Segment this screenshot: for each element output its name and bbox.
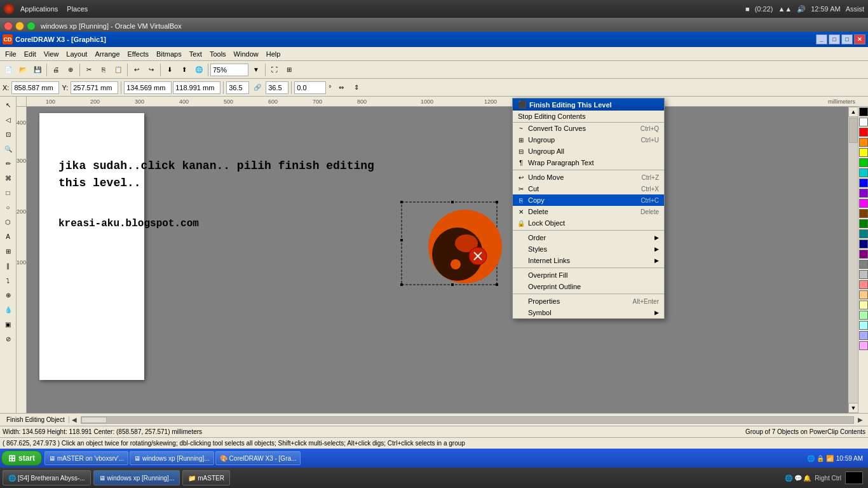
linux-menu-applications[interactable]: Applications [20,5,58,13]
blend-tool[interactable]: ⊕ [1,288,15,302]
zoom-dropdown-btn[interactable]: ▼ [249,63,263,77]
xp-task-master[interactable]: 🖥 mASTER on 'vboxsrv'... [44,451,128,465]
width-input[interactable] [124,81,172,94]
color-swatch-cyan[interactable] [859,168,868,177]
cd-minimize-btn[interactable]: _ [816,34,827,44]
h-scroll-thumb[interactable] [81,417,107,423]
lock-aspect-btn[interactable]: 🔗 [250,81,264,95]
color-swatch-navy[interactable] [859,240,868,248]
smart-draw-tool[interactable]: ⌘ [1,171,15,185]
scroll-thumb[interactable] [849,118,858,143]
vbox-close-btn[interactable] [4,22,13,30]
cd-menu-view[interactable]: View [40,49,63,59]
mirror-v-btn[interactable]: ⇕ [349,81,363,95]
polygon-tool[interactable]: ⬡ [1,215,15,229]
outline-tool[interactable]: ⊘ [1,332,15,346]
ctx-item-wrap-text[interactable]: ¶ Wrap Paragraph Text [513,157,664,168]
cd-menu-layout[interactable]: Layout [62,49,91,59]
linux-menu-places[interactable]: Places [67,5,88,13]
mirror-h-btn[interactable]: ⇔ [334,81,348,95]
cut-toolbar-btn[interactable]: ✂ [82,63,96,77]
rect-tool[interactable]: □ [1,186,15,200]
color-swatch-lightblue[interactable] [859,331,868,340]
ctx-item-delete[interactable]: ✕ Delete Delete [513,206,664,217]
connector-tool[interactable]: ⤵ [1,273,15,287]
y-input[interactable] [71,81,118,94]
vbox-window-controls[interactable] [4,22,36,30]
color-swatch-magenta[interactable] [859,199,868,208]
xp-start-button[interactable]: ⊞ start [1,451,42,466]
linux-task-vbox[interactable]: 🖥 windows xp [Running]... [93,470,180,485]
color-swatch-darkgreen[interactable] [859,219,868,228]
copy-toolbar-btn[interactable]: ⎘ [97,63,111,77]
vertical-scrollbar[interactable]: ▲ ▼ [848,107,858,413]
scroll-up-btn[interactable]: ▲ [848,107,858,117]
status-scrollbar-left[interactable]: ◀ [69,416,79,423]
ctx-menu-header[interactable]: ⬛ Finish Editing This Level [513,98,664,111]
undo-toolbar-btn[interactable]: ↩ [130,63,144,77]
cd-menu-effects[interactable]: Effects [124,49,153,59]
cd-menu-bitmaps[interactable]: Bitmaps [153,49,186,59]
ctx-item-ungroup[interactable]: ⊞ Ungroup Ctrl+U [513,134,664,146]
cd-maximize-inner-btn[interactable]: □ [841,34,853,44]
h-scroll-track[interactable] [81,416,854,424]
color-swatch-lightyellow[interactable] [859,301,868,309]
cd-menu-arrange[interactable]: Arrange [91,49,123,59]
color-swatch-red[interactable] [859,128,868,137]
xp-task-coreldraw[interactable]: 🎨 CorelDRAW X3 - [Gra... [215,451,301,465]
color-swatch-yellow[interactable] [859,148,868,157]
freehand-tool[interactable]: ✏ [1,156,15,170]
height-input[interactable] [173,81,220,94]
color-swatch-purple[interactable] [859,189,868,198]
linux-task-master[interactable]: 📁 mASTER [182,470,230,485]
scroll-down-btn[interactable]: ▼ [848,403,858,413]
color-swatch-blue[interactable] [859,179,868,187]
color-swatch-silver[interactable] [859,270,868,279]
ellipse-tool[interactable]: ○ [1,200,15,214]
publish-btn[interactable]: 🌐 [192,63,206,77]
cd-menu-edit[interactable]: Edit [20,49,40,59]
ctx-item-internet-links[interactable]: Internet Links ▶ [513,255,664,266]
color-swatch-green[interactable] [859,158,868,167]
color-swatch-lightpink[interactable] [859,341,868,350]
new-file-btn[interactable]: 📄 [1,63,15,77]
cd-menu-text[interactable]: Text [186,49,206,59]
ctx-item-undo[interactable]: ↩ Undo Move Ctrl+Z [513,172,664,183]
ctx-item-ungroup-all[interactable]: ⊟ Ungroup All [513,146,664,157]
color-swatch-gray[interactable] [859,260,868,269]
color-swatch-lightcyan[interactable] [859,321,868,330]
print-btn[interactable]: 🖨 [49,63,63,77]
shape-tool[interactable]: ◁ [1,112,15,126]
angle-input[interactable] [294,81,326,94]
color-swatch-orange[interactable] [859,138,868,147]
export-btn[interactable]: ⬆ [177,63,191,77]
ctx-item-order[interactable]: Order ▶ [513,232,664,243]
cd-menu-help[interactable]: Help [262,49,285,59]
vbox-max-btn[interactable] [27,22,36,30]
ctx-stop-editing-btn[interactable]: Stop Editing Contents [513,111,664,123]
parallel-tool[interactable]: ∥ [1,259,15,273]
xp-task-vbox[interactable]: 🖥 windows xp [Running]... [130,451,214,465]
linux-menus[interactable]: Applications Places [20,5,88,13]
color-swatch-black[interactable] [859,107,868,116]
redo-toolbar-btn[interactable]: ↪ [144,63,158,77]
ctx-item-copy[interactable]: ⎘ Copy Ctrl+C [513,194,664,206]
color-swatch-lightgreen[interactable] [859,311,868,320]
ctx-item-cut[interactable]: ✂ Cut Ctrl+X [513,183,664,194]
ctx-item-symbol[interactable]: Symbol ▶ [513,307,664,318]
fill-tool[interactable]: ▣ [1,317,15,331]
cd-menu-tools[interactable]: Tools [206,49,230,59]
cd-close-btn[interactable]: ✕ [854,34,865,44]
tb-btn2[interactable]: ⊕ [64,63,78,77]
ctx-item-styles[interactable]: Styles ▶ [513,243,664,255]
tb-btn3[interactable]: ⊞ [282,63,296,77]
color-swatch-brown[interactable] [859,209,868,218]
import-btn[interactable]: ⬇ [163,63,177,77]
color-swatch-teal[interactable] [859,229,868,238]
zoom-tool[interactable]: 🔍 [1,142,15,156]
scale1-input[interactable] [226,81,249,94]
color-swatch-peach[interactable] [859,290,868,299]
color-palette[interactable] [858,107,868,413]
open-btn[interactable]: 📂 [16,63,30,77]
x-input[interactable] [11,81,59,94]
